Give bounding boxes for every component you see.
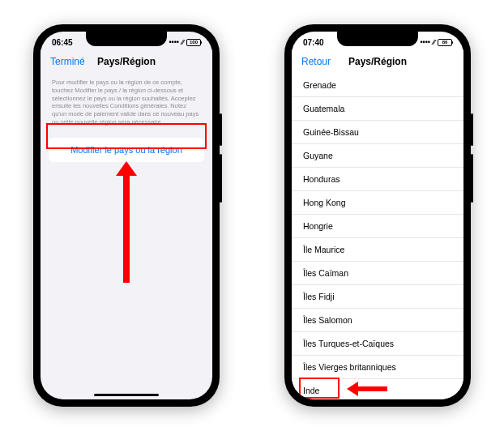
signal-icon: ••••: [420, 38, 430, 46]
country-item[interactable]: Îles Caïman: [292, 262, 463, 285]
wifi-icon: ⁄⁄: [433, 38, 435, 46]
highlight-annotation: [299, 378, 340, 399]
phone-frame-left: 06:45 •••• ⁄⁄ 100 Terminé Pays/Région Po…: [33, 24, 220, 407]
country-item[interactable]: Îles Salomon: [292, 309, 463, 332]
country-item[interactable]: Guyane: [292, 144, 463, 168]
arrow-up-annotation: [121, 161, 132, 283]
country-item[interactable]: Inde: [292, 379, 463, 399]
country-item[interactable]: Îles Fidji: [292, 285, 463, 309]
battery-icon: 86: [438, 39, 452, 46]
country-list[interactable]: GrenadeGuatemalaGuinée-BissauGuyaneHondu…: [292, 74, 463, 399]
page-title: Pays/Région: [97, 56, 156, 67]
country-item[interactable]: Hongrie: [292, 215, 463, 238]
battery-icon: 100: [186, 39, 201, 46]
wifi-icon: ⁄⁄: [182, 38, 184, 46]
status-time: 07:40: [303, 38, 324, 47]
description-text: Pour modifier le pays ou la région de ce…: [41, 74, 212, 134]
screen-right: 07:40 •••• ⁄⁄ 86 Retour Pays/Région Gren…: [292, 32, 463, 399]
back-button[interactable]: Retour: [301, 56, 331, 67]
country-item[interactable]: Îles Turques-et-Caïques: [292, 332, 463, 356]
status-time: 06:45: [52, 38, 73, 47]
nav-bar: Terminé Pays/Région: [41, 49, 212, 74]
change-country-label: Modifier le pays ou la région: [70, 145, 182, 155]
status-icons: •••• ⁄⁄ 86: [420, 38, 452, 46]
country-item[interactable]: Honduras: [292, 168, 463, 191]
home-indicator: [94, 394, 159, 396]
country-item[interactable]: Hong Kong: [292, 191, 463, 215]
notch: [86, 32, 167, 46]
done-button[interactable]: Terminé: [50, 56, 85, 67]
country-item[interactable]: Îles Vierges britanniques: [292, 356, 463, 379]
notch: [337, 32, 418, 46]
screen-left: 06:45 •••• ⁄⁄ 100 Terminé Pays/Région Po…: [41, 32, 212, 399]
phone-frame-right: 07:40 •••• ⁄⁄ 86 Retour Pays/Région Gren…: [284, 24, 471, 407]
country-item[interactable]: Île Maurice: [292, 238, 463, 262]
page-title: Pays/Région: [348, 56, 407, 67]
country-item[interactable]: Guinée-Bissau: [292, 121, 463, 144]
nav-bar: Retour Pays/Région: [292, 49, 463, 74]
change-country-button[interactable]: Modifier le pays ou la région: [49, 138, 204, 162]
country-item[interactable]: Grenade: [292, 74, 463, 97]
signal-icon: ••••: [169, 38, 179, 46]
country-item[interactable]: Guatemala: [292, 97, 463, 121]
status-icons: •••• ⁄⁄ 100: [169, 38, 201, 46]
arrow-right-annotation: [347, 384, 387, 394]
